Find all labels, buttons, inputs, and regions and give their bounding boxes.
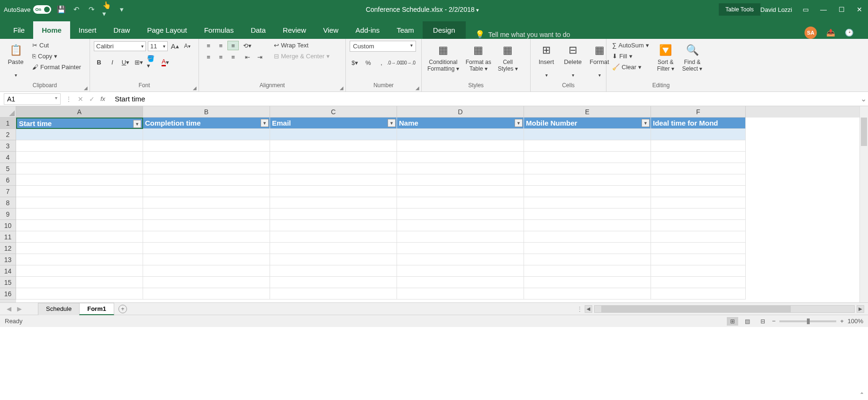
tab-design[interactable]: Design	[423, 21, 466, 39]
decrease-indent-button[interactable]: ⇤	[242, 52, 253, 62]
cell[interactable]	[397, 220, 524, 231]
cell[interactable]	[651, 186, 746, 197]
tab-data[interactable]: Data	[242, 21, 274, 39]
cell[interactable]	[16, 163, 143, 174]
cell[interactable]	[270, 140, 397, 152]
cell[interactable]	[524, 220, 651, 231]
cell[interactable]	[397, 243, 524, 254]
cell[interactable]	[524, 243, 651, 254]
cell[interactable]	[397, 197, 524, 209]
col-header-e[interactable]: E	[524, 106, 651, 118]
col-header-b[interactable]: B	[143, 106, 270, 118]
increase-font-icon[interactable]: A▴	[170, 41, 180, 51]
cell[interactable]	[651, 220, 746, 231]
sheet-nav-next-icon[interactable]: ▶	[17, 305, 22, 312]
dialog-launcher-icon[interactable]: ◢	[193, 85, 197, 91]
cell[interactable]	[270, 209, 397, 220]
zoom-level[interactable]: 100%	[848, 318, 863, 325]
hscroll-left-icon[interactable]: ◀	[585, 305, 592, 313]
cell-c1[interactable]: Email▼	[270, 118, 397, 129]
cell[interactable]	[270, 288, 397, 300]
cell[interactable]	[270, 243, 397, 254]
align-center-button[interactable]: ≡	[215, 52, 226, 62]
row-header[interactable]: 9	[0, 209, 16, 220]
zoom-out-button[interactable]: −	[772, 318, 776, 325]
align-top-button[interactable]: ≡	[203, 41, 214, 50]
col-header-a[interactable]: A	[16, 106, 143, 118]
number-format-select[interactable]: Custom▾	[350, 41, 416, 52]
sheet-tab-schedule[interactable]: Schedule	[38, 303, 80, 315]
cell[interactable]	[16, 220, 143, 231]
cell[interactable]	[524, 152, 651, 163]
row-header[interactable]: 4	[0, 152, 16, 163]
cell[interactable]	[524, 197, 651, 209]
row-header[interactable]: 5	[0, 163, 16, 174]
cell[interactable]	[16, 254, 143, 265]
user-name[interactable]: David Lozzi	[760, 6, 792, 13]
italic-button[interactable]: I	[107, 57, 118, 67]
zoom-handle[interactable]	[807, 318, 810, 324]
page-break-view-button[interactable]: ⊟	[757, 317, 769, 326]
cell[interactable]	[143, 277, 270, 288]
cell[interactable]	[397, 174, 524, 186]
cell[interactable]	[524, 163, 651, 174]
horizontal-scrollbar[interactable]	[594, 305, 855, 313]
tab-addins[interactable]: Add-ins	[347, 21, 388, 39]
cells-area[interactable]: Start time▼ Completion time▼ Email▼ Name…	[16, 118, 859, 302]
decrease-decimal-button[interactable]: .00→.0	[403, 57, 413, 68]
cell[interactable]	[397, 254, 524, 265]
cell[interactable]	[143, 174, 270, 186]
row-header[interactable]: 7	[0, 186, 16, 197]
spreadsheet-grid[interactable]: A B C D E F 1 2 3 4 5 6 7 8 9 10 11 12 1…	[0, 106, 868, 302]
row-header[interactable]: 15	[0, 277, 16, 288]
row-header[interactable]: 6	[0, 174, 16, 186]
vertical-scrollbar[interactable]	[859, 106, 868, 302]
cell[interactable]	[397, 129, 524, 140]
cell[interactable]	[651, 243, 746, 254]
tab-insert[interactable]: Insert	[70, 21, 105, 39]
border-button[interactable]: ⊞▾	[134, 57, 144, 67]
row-header[interactable]: 14	[0, 265, 16, 277]
filter-button[interactable]: ▼	[133, 120, 141, 128]
font-name-select[interactable]: Calibri▾	[94, 41, 146, 51]
cell[interactable]	[143, 163, 270, 174]
wrap-text-button[interactable]: ↩Wrap Text	[272, 41, 332, 50]
cell-d1[interactable]: Name▼	[397, 118, 524, 129]
row-header[interactable]: 13	[0, 254, 16, 265]
tab-page-layout[interactable]: Page Layout	[138, 21, 195, 39]
col-header-f[interactable]: F	[651, 106, 746, 118]
col-header-c[interactable]: C	[270, 106, 397, 118]
tab-file[interactable]: File	[5, 21, 33, 39]
tab-home[interactable]: Home	[33, 21, 70, 39]
row-header[interactable]: 1	[0, 118, 16, 129]
cell[interactable]	[143, 254, 270, 265]
cell[interactable]	[651, 209, 746, 220]
cell[interactable]	[270, 197, 397, 209]
hscroll-right-icon[interactable]: ▶	[857, 305, 864, 313]
close-icon[interactable]: ✕	[855, 5, 864, 14]
cell[interactable]	[270, 231, 397, 243]
save-icon[interactable]: 💾	[57, 5, 65, 14]
cell[interactable]	[651, 231, 746, 243]
sort-filter-button[interactable]: 🔽 Sort &Filter ▾	[654, 41, 678, 74]
filter-button[interactable]: ▼	[642, 119, 650, 127]
cell[interactable]	[397, 277, 524, 288]
cell[interactable]	[524, 174, 651, 186]
font-color-button[interactable]: A▾	[160, 57, 171, 67]
cell[interactable]	[397, 163, 524, 174]
namebox-split-icon[interactable]: ⋮	[65, 95, 72, 103]
increase-indent-button[interactable]: ⇥	[254, 52, 265, 62]
cell[interactable]	[143, 152, 270, 163]
fill-button[interactable]: ⬇Fill ▾	[610, 52, 651, 61]
page-layout-view-button[interactable]: ▤	[742, 317, 753, 326]
formula-input[interactable]: Start time	[110, 93, 859, 104]
select-all-button[interactable]	[0, 106, 16, 118]
cell[interactable]	[143, 288, 270, 300]
merge-center-button[interactable]: ⊟Merge & Center ▾	[272, 52, 332, 61]
cell[interactable]	[270, 174, 397, 186]
fx-icon[interactable]: fx	[100, 95, 105, 102]
cut-button[interactable]: ✂Cut	[30, 41, 83, 50]
underline-button[interactable]: U▾	[120, 57, 131, 67]
cell[interactable]	[143, 209, 270, 220]
enter-icon[interactable]: ✓	[89, 95, 95, 103]
